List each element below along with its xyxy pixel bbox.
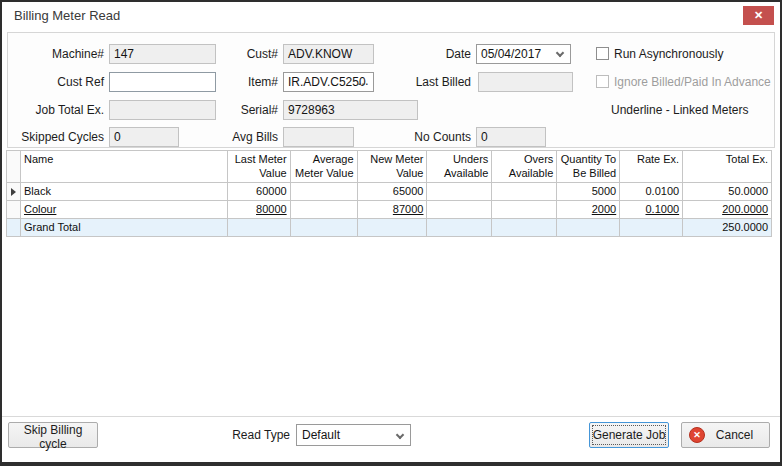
ignore-billed-label: Ignore Billed/Paid In Advance [614, 75, 771, 89]
machine-label: Machine# [9, 44, 104, 64]
cell-avg-meter [291, 201, 358, 219]
date-value: 05/04/2017 [481, 47, 541, 61]
no-counts-field: 0 [476, 127, 546, 147]
avg-bills-label: Avg Bills [196, 127, 278, 147]
cell-new-meter[interactable]: 65000 [358, 183, 428, 201]
cell-unders [427, 183, 492, 201]
row-header-column [7, 151, 21, 183]
cell-qty-billed[interactable]: 5000 [557, 183, 620, 201]
cell-new-meter[interactable]: 87000 [358, 201, 428, 219]
cell-total-ex: 250.0000 [683, 219, 772, 237]
cell-unders [427, 219, 492, 237]
item-label: Item# [196, 72, 278, 92]
cell-qty-billed [557, 219, 620, 237]
cell-total-ex: 200.0000 [683, 201, 772, 219]
cell-last-meter: 60000 [228, 183, 291, 201]
cell-qty-billed[interactable]: 2000 [557, 201, 620, 219]
cell-unders [427, 201, 492, 219]
cell-rate-ex[interactable]: 0.1000 [620, 201, 683, 219]
cell-last-meter [228, 219, 291, 237]
col-new-meter-value[interactable]: New Meter Value [358, 151, 428, 183]
cell-new-meter [358, 219, 428, 237]
cell-overs [492, 183, 557, 201]
last-billed-label: Last Billed [401, 72, 471, 92]
run-async-label: Run Asynchronously [614, 47, 723, 61]
cell-rate-ex [620, 219, 683, 237]
cancel-x-icon: ✕ [689, 427, 705, 443]
cell-total-ex: 50.0000 [683, 183, 772, 201]
grid-header-row: Name Last Meter Value Average Meter Valu… [6, 151, 772, 183]
col-total-ex[interactable]: Total Ex. [683, 151, 772, 183]
cell-name: Colour [21, 201, 228, 219]
row-indicator-cell [7, 219, 21, 237]
cancel-button[interactable]: ✕ Cancel [681, 422, 770, 448]
read-type-select[interactable]: Default [296, 424, 411, 446]
read-type-label: Read Type [225, 422, 290, 448]
col-last-meter-value[interactable]: Last Meter Value [228, 151, 291, 183]
cell-name: Black [21, 183, 228, 201]
chevron-down-icon [396, 431, 404, 439]
cell-avg-meter [291, 183, 358, 201]
col-unders-available[interactable]: Unders Available [427, 151, 492, 183]
row-indicator-cell [7, 183, 21, 201]
underline-linked-meters-note: Underline - Linked Meters [611, 100, 748, 120]
generate-job-button[interactable]: Generate Job [589, 422, 669, 448]
item-value: IR.ADV.C5250 [288, 75, 366, 89]
read-type-value: Default [302, 428, 340, 442]
date-picker[interactable]: 05/04/2017 [476, 44, 571, 64]
skipped-cycles-label: Skipped Cycles [9, 127, 104, 147]
cell-rate-ex[interactable]: 0.0100 [620, 183, 683, 201]
footer-divider [2, 416, 780, 417]
current-row-indicator-icon [11, 188, 16, 196]
col-overs-available[interactable]: Overs Available [492, 151, 557, 183]
cell-avg-meter [291, 219, 358, 237]
close-button[interactable]: ✕ [743, 6, 774, 25]
avg-bills-field [283, 127, 354, 147]
col-average-meter-value[interactable]: Average Meter Value [291, 151, 358, 183]
cust-ref-label: Cust Ref [9, 72, 104, 92]
col-rate-ex[interactable]: Rate Ex. [620, 151, 683, 183]
cell-last-meter: 80000 [228, 201, 291, 219]
item-browse-button[interactable]: … [357, 73, 370, 89]
skip-billing-cycle-button[interactable]: Skip Billing cycle [8, 422, 98, 448]
grid-row-grand-total: Grand Total 250.0000 [6, 219, 772, 237]
billing-meter-read-dialog: Billing Meter Read ✕ Machine# 147 Cust# … [0, 0, 782, 466]
cancel-label: Cancel [716, 428, 753, 442]
cell-overs [492, 201, 557, 219]
last-billed-field [478, 72, 573, 92]
col-quantity-to-be-billed[interactable]: Quantity To Be Billed [557, 151, 620, 183]
grid-row-black[interactable]: Black 60000 65000 5000 0.0100 50.0000 [6, 183, 772, 201]
row-indicator-cell [7, 201, 21, 219]
meter-grid: Name Last Meter Value Average Meter Valu… [6, 150, 772, 237]
job-total-label: Job Total Ex. [9, 100, 104, 120]
item-field[interactable]: IR.ADV.C5250 … [283, 72, 374, 92]
run-async-checkbox[interactable] [596, 47, 609, 60]
date-label: Date [401, 44, 471, 64]
cell-name: Grand Total [21, 219, 228, 237]
close-icon: ✕ [754, 9, 763, 21]
chevron-down-icon [556, 49, 564, 57]
ignore-billed-checkbox [596, 75, 609, 88]
cell-overs [492, 219, 557, 237]
cust-field: ADV.KNOW [283, 44, 374, 64]
grid-row-colour[interactable]: Colour 80000 87000 2000 0.1000 200.0000 [6, 201, 772, 219]
window-title: Billing Meter Read [14, 2, 120, 30]
skipped-cycles-field: 0 [109, 127, 179, 147]
col-name[interactable]: Name [21, 151, 228, 183]
form-panel: Machine# 147 Cust# ADV.KNOW Date 05/04/2… [7, 32, 775, 148]
serial-field: 9728963 [283, 100, 418, 120]
no-counts-label: No Counts [401, 127, 471, 147]
cust-label: Cust# [196, 44, 278, 64]
title-bar: Billing Meter Read ✕ [2, 2, 780, 30]
serial-label: Serial# [196, 100, 278, 120]
